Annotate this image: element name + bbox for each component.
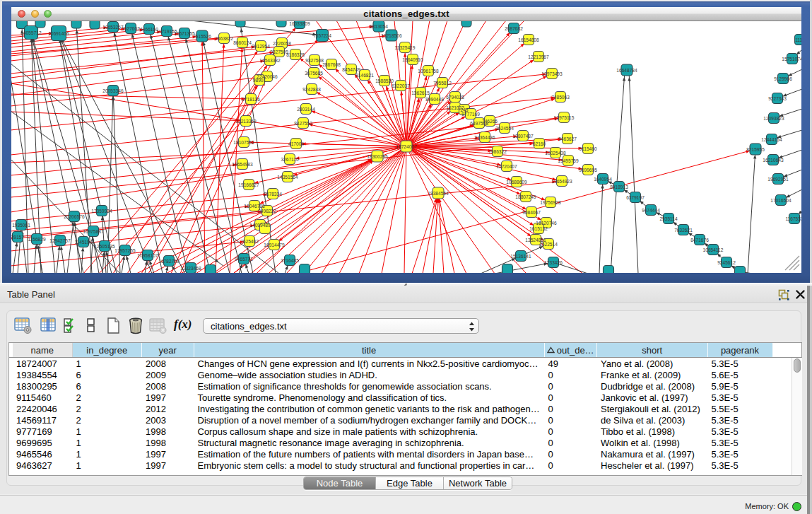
- table-cell[interactable]: 2009: [146, 370, 166, 380]
- table-cell[interactable]: 5.3E-5: [712, 392, 739, 403]
- table-vertical-scrollbar[interactable]: [792, 358, 802, 475]
- table-cell[interactable]: 2: [76, 415, 81, 426]
- table-cell[interactable]: 5.9E-5: [712, 381, 739, 392]
- table-cell[interactable]: de Silva et al. (2003): [601, 415, 685, 426]
- table-cell[interactable]: Yano et al. (2008): [601, 358, 673, 369]
- table-cell[interactable]: 1997: [146, 460, 166, 471]
- table-cell[interactable]: 2012: [146, 404, 166, 414]
- table-cell[interactable]: Stergiakouli et al. (2012): [601, 404, 700, 414]
- table-cell[interactable]: Embryonic stem cells: a model to study s…: [198, 460, 535, 471]
- memory-status-icon[interactable]: [792, 502, 801, 511]
- table-cell[interactable]: 0: [548, 381, 553, 392]
- table-cell[interactable]: 9115460: [16, 392, 52, 403]
- table-cell[interactable]: Genome–wide association studies in ADHD.: [198, 370, 377, 380]
- table-cell[interactable]: 0: [548, 392, 553, 403]
- table-cell[interactable]: 1: [76, 426, 81, 437]
- table-cell[interactable]: Estimation of significance thresholds fo…: [198, 381, 492, 392]
- table-cell[interactable]: 1998: [146, 438, 166, 448]
- table-cell[interactable]: Nakamura et al. (1997): [601, 449, 695, 460]
- table-cell[interactable]: 0: [548, 426, 553, 437]
- table-cell[interactable]: Jankovic et al. (1997): [601, 392, 688, 403]
- citation-network-graph[interactable]: 1405571220691406106532671527602646616010…: [11, 21, 801, 273]
- table-select-dropdown[interactable]: citations_edges.txt: [203, 318, 479, 334]
- table-cell[interactable]: Hescheler et al. (1997): [601, 460, 694, 471]
- table-cell[interactable]: Dudbridge et al. (2008): [601, 381, 695, 392]
- column-header-out_de[interactable]: out_de…: [545, 343, 598, 357]
- table-cell[interactable]: 9463627: [16, 460, 52, 471]
- scrollbar-thumb[interactable]: [794, 358, 801, 373]
- table-cell[interactable]: 1998: [146, 426, 166, 437]
- table-cell[interactable]: 5.3E-5: [712, 438, 739, 448]
- new-column-icon[interactable]: [107, 317, 121, 334]
- table-cell[interactable]: 49: [548, 358, 558, 369]
- table-cell[interactable]: 1: [76, 438, 81, 448]
- table-cell[interactable]: 1: [76, 460, 81, 471]
- column-header-title[interactable]: title: [194, 343, 545, 357]
- table-cell[interactable]: Investigating the contribution of common…: [198, 404, 540, 414]
- table-cell[interactable]: 14569117: [16, 415, 57, 426]
- table-cell[interactable]: Wolkin et al. (1998): [601, 438, 680, 448]
- table-cell[interactable]: 5.3E-5: [712, 449, 739, 460]
- table-cell[interactable]: 0: [548, 460, 553, 471]
- table-cell[interactable]: 5.3E-5: [712, 460, 739, 471]
- table-cell[interactable]: 1997: [146, 449, 166, 460]
- table-cell[interactable]: 5.3E-5: [712, 426, 739, 437]
- table-cell[interactable]: 1997: [146, 392, 166, 403]
- table-cell[interactable]: 19384554: [16, 370, 57, 380]
- table-cell[interactable]: 0: [548, 438, 553, 448]
- table-cell[interactable]: 5.3E-5: [712, 358, 739, 369]
- table-header-row[interactable]: namein_degreeyeartitleout_de…shortpagera…: [9, 343, 801, 358]
- table-cell[interactable]: 2008: [146, 381, 166, 392]
- column-header-in_degree[interactable]: in_degree: [73, 343, 143, 357]
- table-cell[interactable]: 0: [548, 449, 553, 460]
- table-cell[interactable]: 22420046: [16, 404, 57, 414]
- table-cell[interactable]: 2003: [146, 415, 166, 426]
- table-mode-tabs[interactable]: Node TableEdge TableNetwork Table: [303, 477, 512, 490]
- table-cell[interactable]: 5.5E-5: [712, 404, 739, 414]
- table-cell[interactable]: Disruption of a novel member of a sodium…: [198, 415, 537, 426]
- canvas-resize-grip-icon[interactable]: [784, 255, 801, 271]
- table-cell[interactable]: 9777169: [16, 426, 52, 437]
- table-cell[interactable]: Changes of HCN gene expression and I(f) …: [198, 358, 539, 369]
- table-cell[interactable]: 2: [76, 392, 81, 403]
- column-header-pagerank[interactable]: pagerank: [708, 343, 773, 357]
- table-cell[interactable]: 0: [548, 415, 553, 426]
- float-panel-icon[interactable]: [778, 289, 790, 301]
- node-table[interactable]: namein_degreeyeartitleout_de…shortpagera…: [8, 342, 802, 476]
- table-cell[interactable]: 6: [76, 370, 81, 380]
- table-cell[interactable]: 1: [76, 449, 81, 460]
- function-builder-icon[interactable]: f(x): [174, 317, 195, 333]
- close-panel-icon[interactable]: [796, 290, 805, 299]
- tab-network-table[interactable]: Network Table: [443, 477, 512, 489]
- row-selection-icon[interactable]: [64, 317, 79, 334]
- tab-edge-table[interactable]: Edge Table: [375, 477, 443, 489]
- table-cell[interactable]: 6: [76, 381, 81, 392]
- table-cell[interactable]: 5.3E-5: [712, 415, 739, 426]
- table-cell[interactable]: 0: [548, 370, 553, 380]
- table-cell[interactable]: Corpus callosum shape and size in male p…: [198, 426, 478, 437]
- table-cell[interactable]: 0: [548, 404, 553, 414]
- tab-node-table[interactable]: Node Table: [304, 477, 375, 489]
- table-cell[interactable]: 2008: [146, 358, 166, 369]
- table-cell[interactable]: 18724007: [16, 358, 57, 369]
- table-cell[interactable]: 9465546: [16, 449, 52, 460]
- table-cell[interactable]: 1: [76, 358, 81, 369]
- table-cell[interactable]: Franke et al. (2009): [601, 370, 681, 380]
- delete-column-icon[interactable]: [128, 317, 143, 334]
- column-header-short[interactable]: short: [597, 343, 708, 357]
- table-cell[interactable]: Estimation of the future numbers of pati…: [198, 449, 534, 460]
- column-header-name[interactable]: name: [13, 343, 73, 357]
- stacked-rows-icon[interactable]: [86, 317, 96, 334]
- table-cell[interactable]: Tourette syndrome. Phenomenology and cla…: [198, 392, 447, 403]
- table-cell[interactable]: Tibbo et al. (1998): [601, 426, 675, 437]
- table-cell[interactable]: Structural magnetic resonance image aver…: [198, 438, 464, 448]
- window-titlebar[interactable]: citations_edges.txt: [11, 7, 801, 21]
- column-visibility-icon[interactable]: [40, 317, 57, 334]
- table-options-icon[interactable]: [14, 317, 33, 334]
- table-cell[interactable]: 5.6E-5: [712, 370, 739, 380]
- table-cell[interactable]: 18300295: [16, 381, 57, 392]
- table-cell[interactable]: 9699695: [16, 438, 52, 448]
- delete-table-icon[interactable]: [149, 317, 167, 334]
- table-cell[interactable]: 2: [76, 404, 81, 414]
- column-header-year[interactable]: year: [142, 343, 194, 357]
